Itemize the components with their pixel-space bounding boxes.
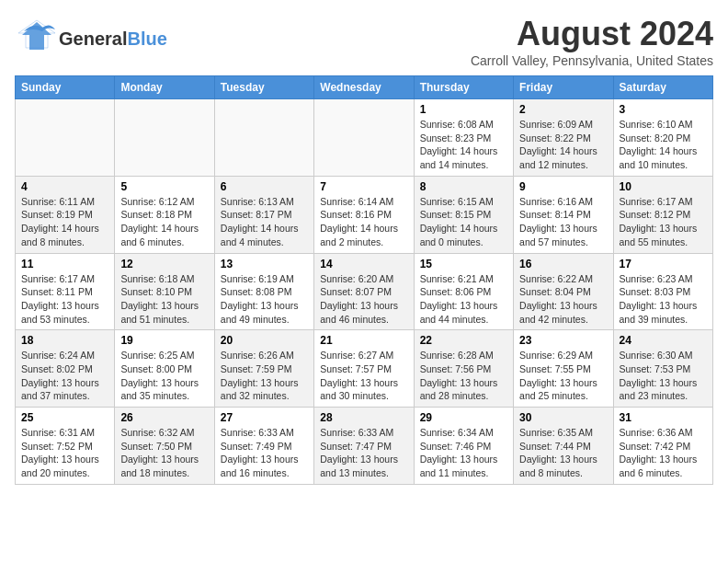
- calendar-day-cell: 1Sunrise: 6:08 AM Sunset: 8:23 PM Daylig…: [414, 99, 513, 177]
- day-info: Sunrise: 6:13 AM Sunset: 8:17 PM Dayligh…: [221, 195, 308, 249]
- day-info: Sunrise: 6:33 AM Sunset: 7:49 PM Dayligh…: [221, 426, 308, 480]
- day-info: Sunrise: 6:19 AM Sunset: 8:08 PM Dayligh…: [221, 272, 308, 327]
- logo-blue: Blue: [127, 29, 166, 50]
- day-number: 21: [320, 334, 407, 347]
- calendar-day-cell: 10Sunrise: 6:17 AM Sunset: 8:12 PM Dayli…: [613, 176, 712, 253]
- day-info: Sunrise: 6:30 AM Sunset: 7:53 PM Dayligh…: [620, 349, 707, 403]
- logo-text: General Blue: [59, 29, 167, 50]
- day-number: 19: [120, 334, 208, 347]
- calendar-day-cell: 22Sunrise: 6:28 AM Sunset: 7:56 PM Dayli…: [414, 330, 513, 408]
- day-info: Sunrise: 6:34 AM Sunset: 7:46 PM Dayligh…: [420, 426, 507, 480]
- day-info: Sunrise: 6:32 AM Sunset: 7:50 PM Dayligh…: [120, 426, 208, 480]
- day-info: Sunrise: 6:26 AM Sunset: 7:59 PM Dayligh…: [221, 349, 308, 403]
- calendar-week-row: 18Sunrise: 6:24 AM Sunset: 8:02 PM Dayli…: [16, 330, 713, 408]
- calendar-day-cell: 2Sunrise: 6:09 AM Sunset: 8:22 PM Daylig…: [514, 99, 613, 177]
- day-info: Sunrise: 6:21 AM Sunset: 8:06 PM Dayligh…: [420, 272, 507, 327]
- calendar-day-cell: 6Sunrise: 6:13 AM Sunset: 8:17 PM Daylig…: [214, 176, 313, 253]
- day-info: Sunrise: 6:24 AM Sunset: 8:02 PM Dayligh…: [21, 349, 108, 403]
- day-info: Sunrise: 6:33 AM Sunset: 7:47 PM Dayligh…: [320, 426, 407, 480]
- day-info: Sunrise: 6:28 AM Sunset: 7:56 PM Dayligh…: [420, 349, 507, 403]
- calendar-day-cell: 26Sunrise: 6:32 AM Sunset: 7:50 PM Dayli…: [115, 408, 214, 485]
- calendar-day-cell: 12Sunrise: 6:18 AM Sunset: 8:10 PM Dayli…: [115, 253, 214, 330]
- calendar-day-cell: 3Sunrise: 6:10 AM Sunset: 8:20 PM Daylig…: [613, 99, 712, 177]
- day-number: 9: [519, 180, 607, 193]
- calendar-day-cell: [16, 99, 115, 177]
- calendar-day-cell: 18Sunrise: 6:24 AM Sunset: 8:02 PM Dayli…: [16, 330, 115, 408]
- calendar-day-cell: 24Sunrise: 6:30 AM Sunset: 7:53 PM Dayli…: [613, 330, 712, 408]
- calendar-day-cell: 15Sunrise: 6:21 AM Sunset: 8:06 PM Dayli…: [414, 253, 513, 330]
- day-number: 13: [221, 258, 308, 270]
- day-number: 4: [21, 180, 108, 193]
- calendar-day-cell: [314, 99, 414, 177]
- calendar-header-tuesday: Tuesday: [214, 76, 313, 99]
- logo: General Blue: [15, 15, 167, 63]
- day-info: Sunrise: 6:31 AM Sunset: 7:52 PM Dayligh…: [21, 426, 108, 480]
- day-number: 25: [21, 411, 108, 424]
- calendar-week-row: 11Sunrise: 6:17 AM Sunset: 8:11 PM Dayli…: [16, 253, 713, 330]
- day-number: 1: [420, 103, 507, 116]
- calendar-header-saturday: Saturday: [613, 76, 712, 99]
- day-number: 26: [120, 411, 208, 424]
- calendar-day-cell: 27Sunrise: 6:33 AM Sunset: 7:49 PM Dayli…: [214, 408, 313, 485]
- day-number: 7: [320, 180, 407, 193]
- calendar-day-cell: 13Sunrise: 6:19 AM Sunset: 8:08 PM Dayli…: [214, 253, 313, 330]
- calendar-header-monday: Monday: [115, 76, 214, 99]
- calendar-week-row: 25Sunrise: 6:31 AM Sunset: 7:52 PM Dayli…: [16, 408, 713, 485]
- calendar-day-cell: [214, 99, 313, 177]
- calendar-table: SundayMondayTuesdayWednesdayThursdayFrid…: [15, 75, 713, 485]
- location: Carroll Valley, Pennsylvania, United Sta…: [471, 53, 713, 68]
- day-info: Sunrise: 6:29 AM Sunset: 7:55 PM Dayligh…: [519, 349, 607, 403]
- day-number: 23: [519, 334, 607, 347]
- day-number: 22: [420, 334, 507, 347]
- calendar-day-cell: 25Sunrise: 6:31 AM Sunset: 7:52 PM Dayli…: [16, 408, 115, 485]
- day-info: Sunrise: 6:17 AM Sunset: 8:12 PM Dayligh…: [620, 195, 707, 249]
- day-info: Sunrise: 6:15 AM Sunset: 8:15 PM Dayligh…: [420, 195, 507, 249]
- day-info: Sunrise: 6:08 AM Sunset: 8:23 PM Dayligh…: [420, 118, 507, 172]
- day-info: Sunrise: 6:12 AM Sunset: 8:18 PM Dayligh…: [120, 195, 208, 249]
- calendar-day-cell: 29Sunrise: 6:34 AM Sunset: 7:46 PM Dayli…: [414, 408, 513, 485]
- calendar-week-row: 1Sunrise: 6:08 AM Sunset: 8:23 PM Daylig…: [16, 99, 713, 177]
- day-number: 18: [21, 334, 108, 347]
- calendar-day-cell: 14Sunrise: 6:20 AM Sunset: 8:07 PM Dayli…: [314, 253, 414, 330]
- day-number: 24: [620, 334, 707, 347]
- calendar-day-cell: 4Sunrise: 6:11 AM Sunset: 8:19 PM Daylig…: [16, 176, 115, 253]
- day-number: 8: [420, 180, 507, 193]
- day-number: 30: [519, 411, 607, 424]
- day-number: 11: [21, 258, 108, 270]
- day-info: Sunrise: 6:22 AM Sunset: 8:04 PM Dayligh…: [519, 272, 607, 327]
- page-header: General Blue August 2024 Carroll Valley,…: [15, 15, 713, 68]
- calendar-header-thursday: Thursday: [414, 76, 513, 99]
- day-info: Sunrise: 6:20 AM Sunset: 8:07 PM Dayligh…: [320, 272, 407, 327]
- calendar-header-row: SundayMondayTuesdayWednesdayThursdayFrid…: [16, 76, 713, 99]
- day-number: 31: [620, 411, 707, 424]
- calendar-day-cell: 31Sunrise: 6:36 AM Sunset: 7:42 PM Dayli…: [613, 408, 712, 485]
- calendar-day-cell: 8Sunrise: 6:15 AM Sunset: 8:15 PM Daylig…: [414, 176, 513, 253]
- day-info: Sunrise: 6:16 AM Sunset: 8:14 PM Dayligh…: [519, 195, 607, 249]
- calendar-day-cell: 30Sunrise: 6:35 AM Sunset: 7:44 PM Dayli…: [514, 408, 613, 485]
- day-number: 17: [620, 258, 707, 270]
- calendar-day-cell: 28Sunrise: 6:33 AM Sunset: 7:47 PM Dayli…: [314, 408, 414, 485]
- day-info: Sunrise: 6:10 AM Sunset: 8:20 PM Dayligh…: [620, 118, 707, 172]
- day-number: 16: [519, 258, 607, 270]
- calendar-day-cell: 19Sunrise: 6:25 AM Sunset: 8:00 PM Dayli…: [115, 330, 214, 408]
- day-info: Sunrise: 6:17 AM Sunset: 8:11 PM Dayligh…: [21, 272, 108, 327]
- day-number: 14: [320, 258, 407, 270]
- day-number: 3: [620, 103, 707, 116]
- day-number: 5: [120, 180, 208, 193]
- calendar-day-cell: 11Sunrise: 6:17 AM Sunset: 8:11 PM Dayli…: [16, 253, 115, 330]
- title-block: August 2024 Carroll Valley, Pennsylvania…: [471, 15, 713, 68]
- day-info: Sunrise: 6:36 AM Sunset: 7:42 PM Dayligh…: [620, 426, 707, 480]
- day-number: 10: [620, 180, 707, 193]
- day-number: 20: [221, 334, 308, 347]
- calendar-day-cell: 5Sunrise: 6:12 AM Sunset: 8:18 PM Daylig…: [115, 176, 214, 253]
- day-info: Sunrise: 6:09 AM Sunset: 8:22 PM Dayligh…: [519, 118, 607, 172]
- calendar-day-cell: 7Sunrise: 6:14 AM Sunset: 8:16 PM Daylig…: [314, 176, 414, 253]
- logo-general: General: [59, 29, 127, 50]
- day-number: 6: [221, 180, 308, 193]
- day-number: 15: [420, 258, 507, 270]
- day-info: Sunrise: 6:25 AM Sunset: 8:00 PM Dayligh…: [120, 349, 208, 403]
- calendar-day-cell: 16Sunrise: 6:22 AM Sunset: 8:04 PM Dayli…: [514, 253, 613, 330]
- day-info: Sunrise: 6:23 AM Sunset: 8:03 PM Dayligh…: [620, 272, 707, 327]
- day-info: Sunrise: 6:35 AM Sunset: 7:44 PM Dayligh…: [519, 426, 607, 480]
- month-year: August 2024: [471, 15, 713, 53]
